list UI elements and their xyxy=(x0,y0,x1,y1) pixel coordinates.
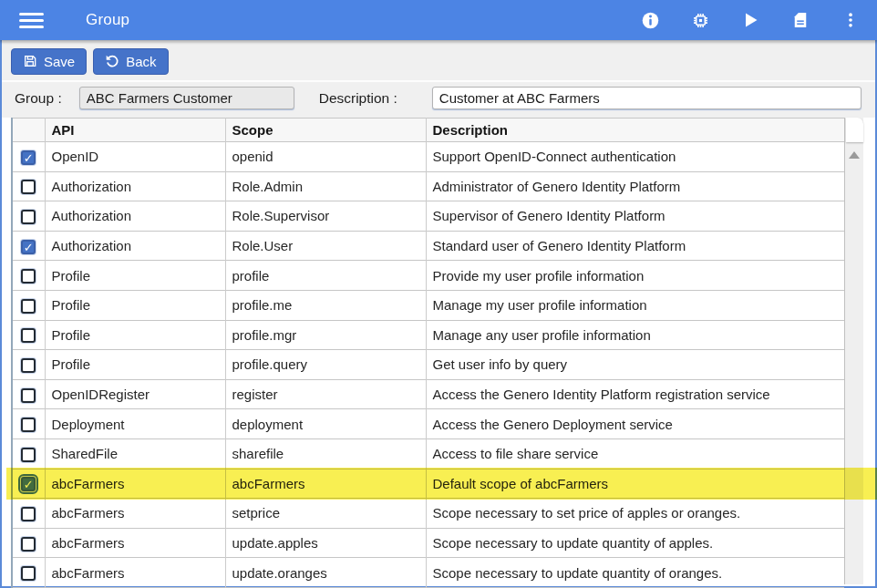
api-column-header[interactable]: API xyxy=(45,119,225,142)
description-cell: Administrator of Genero Identity Platfor… xyxy=(433,179,681,194)
table-row[interactable]: ✓ Authorization Role.User Standard user … xyxy=(12,231,844,261)
api-cell: OpenID xyxy=(52,149,99,164)
row-checkbox[interactable] xyxy=(21,299,36,314)
description-cell: Access to file share service xyxy=(433,446,599,461)
table-row[interactable]: Deployment deployment Access the Genero … xyxy=(12,409,844,439)
api-cell: abcFarmers xyxy=(52,476,125,491)
group-input[interactable] xyxy=(79,87,294,109)
scope-cell: abcFarmers xyxy=(232,476,305,491)
scope-cell: Role.Supervisor xyxy=(232,208,330,223)
api-cell: abcFarmers xyxy=(52,565,125,581)
scope-cell: deployment xyxy=(232,417,304,432)
table-row[interactable]: Profile profile Provide my user profile … xyxy=(12,261,844,291)
row-checkbox[interactable]: ✓ xyxy=(21,150,36,165)
row-checkbox[interactable] xyxy=(21,566,36,581)
scope-cell: sharefile xyxy=(232,446,284,461)
more-vertical-icon[interactable] xyxy=(841,10,861,30)
api-cell: Profile xyxy=(52,297,91,313)
table-row[interactable]: SharedFile sharefile Access to file shar… xyxy=(12,438,844,469)
back-button[interactable]: Back xyxy=(93,48,168,75)
row-checkbox[interactable] xyxy=(21,388,36,403)
api-cell: Deployment xyxy=(52,417,125,432)
table-row[interactable]: Profile profile.mgr Manage any user prof… xyxy=(12,320,844,350)
row-checkbox[interactable] xyxy=(21,210,36,224)
info-icon[interactable] xyxy=(640,10,660,30)
scroll-up-icon[interactable] xyxy=(849,151,860,159)
api-cell: abcFarmers xyxy=(52,505,125,521)
row-checkbox[interactable] xyxy=(21,328,36,343)
table-row[interactable]: abcFarmers update.apples Scope necessary… xyxy=(12,528,844,558)
save-button[interactable]: Save xyxy=(11,48,87,75)
table-row[interactable]: ✓ abcFarmers abcFarmers Default scope of… xyxy=(12,469,844,499)
table-row[interactable]: Authorization Role.Supervisor Supervisor… xyxy=(12,201,844,232)
scope-column-header[interactable]: Scope xyxy=(225,119,426,142)
row-checkbox[interactable] xyxy=(21,507,36,521)
api-cell: Profile xyxy=(52,356,91,372)
group-label: Group : xyxy=(15,90,62,107)
save-icon xyxy=(23,54,37,68)
description-cell: Access the Genero Deployment service xyxy=(433,417,673,432)
api-cell: Authorization xyxy=(52,238,132,253)
scope-cell: Role.User xyxy=(232,238,294,253)
row-checkbox[interactable] xyxy=(21,537,36,552)
table-row[interactable]: Authorization Role.Admin Administrator o… xyxy=(12,171,844,201)
scope-cell: profile.mgr xyxy=(232,327,297,343)
scope-cell: setprice xyxy=(232,505,281,521)
scope-cell: Role.Admin xyxy=(232,179,304,194)
description-column-header[interactable]: Description xyxy=(426,119,844,142)
table-row[interactable]: ✓ OpenID openid Support OpenID-Connect a… xyxy=(12,142,844,172)
scope-cell: profile.query xyxy=(232,356,308,372)
page-title: Group xyxy=(86,11,129,29)
description-cell: Manage my user profile information xyxy=(433,297,647,313)
scope-cell: profile.me xyxy=(232,297,293,313)
description-cell: Get user info by query xyxy=(433,356,568,372)
row-checkbox[interactable] xyxy=(21,269,36,284)
table-header-row: API Scope Description xyxy=(12,119,844,142)
description-cell: Provide my user profile information xyxy=(433,268,645,284)
run-icon[interactable] xyxy=(740,10,760,30)
description-cell: Support OpenID-Connect authentication xyxy=(433,149,676,164)
description-cell: Standard user of Genero Identity Platfor… xyxy=(433,238,686,253)
table-row[interactable]: Profile profile.query Get user info by q… xyxy=(12,350,844,380)
api-cell: OpenIDRegister xyxy=(52,387,150,402)
table-row[interactable]: abcFarmers setprice Scope necessary to s… xyxy=(12,499,844,529)
group-form: Group : Description : xyxy=(2,82,875,118)
description-input[interactable] xyxy=(432,87,862,109)
row-checkbox[interactable] xyxy=(21,418,36,432)
row-checkbox[interactable] xyxy=(21,448,36,462)
scopes-table-area: API Scope Description ✓ OpenID openid Su… xyxy=(2,118,875,584)
api-cell: SharedFile xyxy=(52,446,119,461)
undo-icon xyxy=(105,54,119,68)
checkbox-column-header xyxy=(12,119,45,142)
scrollbar-thumb[interactable] xyxy=(846,118,863,142)
debug-chip-icon[interactable] xyxy=(690,10,710,30)
vertical-scrollbar[interactable] xyxy=(844,118,863,584)
row-checkbox[interactable] xyxy=(21,358,36,373)
row-checkbox[interactable]: ✓ xyxy=(21,240,36,254)
row-checkbox[interactable]: ✓ xyxy=(21,477,36,491)
scope-cell: openid xyxy=(232,149,273,164)
api-cell: abcFarmers xyxy=(52,535,125,551)
api-cell: Profile xyxy=(52,268,91,284)
scope-cell: update.apples xyxy=(232,535,318,551)
table-row[interactable]: OpenIDRegister register Access the Gener… xyxy=(12,379,844,409)
report-icon[interactable] xyxy=(790,10,810,30)
description-label: Description : xyxy=(319,90,397,107)
description-cell: Scope necessary to set price of apples o… xyxy=(433,505,741,521)
description-cell: Supervisor of Genero Identity Platform xyxy=(433,208,665,223)
window-frame: Save Back Group : Description : xyxy=(0,40,877,588)
description-cell: Default scope of abcFarmers xyxy=(433,476,609,491)
description-cell: Access the Genero Identity Platform regi… xyxy=(433,387,770,402)
row-checkbox[interactable] xyxy=(21,180,36,194)
api-cell: Authorization xyxy=(52,179,132,194)
app-header: Group xyxy=(0,0,877,40)
back-button-label: Back xyxy=(126,54,156,69)
menu-icon[interactable] xyxy=(19,9,44,32)
scope-cell: update.oranges xyxy=(232,565,327,581)
table-row[interactable]: Profile profile.me Manage my user profil… xyxy=(12,290,844,320)
api-cell: Authorization xyxy=(52,208,132,223)
scope-cell: profile xyxy=(232,268,270,284)
save-button-label: Save xyxy=(44,54,75,69)
scope-cell: register xyxy=(232,387,278,402)
table-row[interactable]: abcFarmers update.oranges Scope necessar… xyxy=(12,558,844,588)
